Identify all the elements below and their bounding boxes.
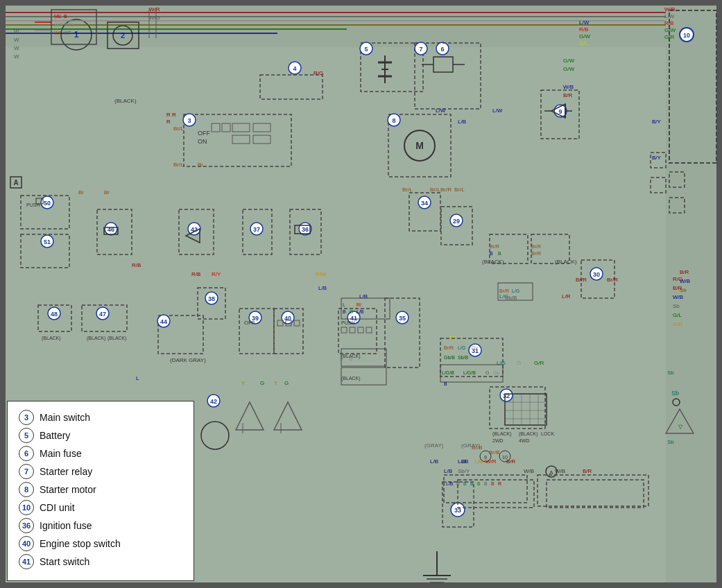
svg-text:(GRAY): (GRAY) (424, 442, 444, 449)
svg-text:R/Y: R/Y (212, 271, 221, 277)
legend-num-10: 10 (19, 500, 34, 515)
svg-text:R: R (166, 119, 171, 125)
legend-item-7: 7 Starter relay (19, 464, 182, 479)
svg-text:L/G/B: L/G/B (442, 370, 454, 375)
svg-text:ON: ON (198, 138, 207, 145)
legend-text-40: Engine stop switch (40, 538, 121, 549)
svg-text:ME: ME (54, 14, 62, 19)
svg-text:B: B (470, 481, 474, 486)
svg-text:W/B: W/B (524, 468, 534, 474)
svg-text:A: A (13, 179, 18, 187)
svg-text:L/W: L/W (436, 107, 446, 114)
legend-num-36: 36 (19, 518, 34, 533)
svg-text:2WD: 2WD (492, 438, 504, 443)
svg-text:L/B: L/B (461, 459, 469, 464)
svg-text:1: 1 (74, 30, 79, 40)
svg-text:L/G/B: L/G/B (463, 370, 476, 375)
svg-text:L: L (343, 302, 345, 307)
svg-text:Br/B: Br/B (472, 444, 483, 451)
svg-rect-1 (6, 6, 716, 47)
svg-text:W/R: W/R (149, 6, 160, 12)
svg-text:R/G: R/G (313, 70, 323, 76)
svg-text:M: M (415, 140, 424, 151)
svg-text:42: 42 (210, 398, 217, 405)
svg-text:W/L: W/L (54, 31, 63, 35)
svg-text:44: 44 (160, 318, 167, 325)
svg-text:G: G (260, 380, 264, 386)
legend-text-10: CDI unit (40, 502, 75, 513)
svg-text:Gy: Gy (472, 345, 478, 351)
svg-text:B/R: B/R (680, 269, 689, 275)
svg-text:Br/R: Br/R (607, 277, 618, 283)
svg-text:G/L: G/L (673, 312, 682, 318)
svg-text:PUSH: PUSH (26, 202, 40, 207)
svg-text:B: B (444, 381, 447, 386)
svg-text:Gy: Gy (493, 370, 499, 376)
svg-text:B: B (463, 481, 467, 486)
svg-text:B: B (64, 14, 67, 19)
svg-text:Sb/B: Sb/B (458, 355, 469, 360)
svg-text:B/R: B/R (563, 92, 573, 98)
legend-text-8: Starter motor (40, 484, 96, 495)
svg-text:R/B: R/B (132, 262, 141, 268)
svg-text:B: B (456, 481, 460, 486)
svg-text:Sb/Y: Sb/Y (458, 468, 470, 474)
svg-text:L/B: L/B (356, 309, 364, 314)
svg-text:G/R: G/R (534, 360, 544, 366)
svg-text:L/R: L/R (562, 293, 571, 300)
svg-text:B/R: B/R (673, 285, 682, 291)
svg-text:B: B (484, 481, 488, 486)
legend-item-6: 6 Main fuse (19, 446, 182, 461)
svg-text:(DARK GRAY): (DARK GRAY) (170, 357, 206, 363)
svg-text:9: 9 (484, 455, 487, 460)
svg-text:W/B: W/B (673, 294, 683, 300)
svg-text:L/B: L/B (430, 458, 438, 465)
legend-item-3: 3 Main switch (19, 410, 182, 425)
svg-text:3: 3 (187, 117, 191, 124)
svg-text:B/R: B/R (506, 458, 516, 465)
legend-item-36: 36 Ignition fuse (19, 518, 182, 533)
legend-num-40: 40 (19, 536, 34, 551)
svg-text:2: 2 (121, 31, 125, 40)
svg-text:W/R: W/R (664, 6, 676, 12)
legend-box: 3 Main switch 5 Battery 6 Main fuse 7 St… (7, 401, 194, 581)
svg-text:30: 30 (593, 271, 600, 278)
svg-text:L/W: L/W (664, 13, 675, 19)
svg-text:7: 7 (419, 46, 422, 53)
svg-text:B: B (349, 356, 352, 362)
legend-text-6: Main fuse (40, 448, 82, 459)
svg-text:(BLACK): (BLACK) (114, 98, 137, 104)
svg-text:Br: Br (78, 189, 84, 196)
legend-text-5: Battery (40, 430, 70, 441)
svg-text:Br/R: Br/R (444, 345, 454, 350)
svg-text:W: W (14, 28, 19, 35)
svg-text:35: 35 (399, 315, 406, 322)
svg-text:Br/R: Br/R (531, 244, 541, 249)
svg-text:G/W: G/W (664, 27, 676, 33)
svg-text:Br/R: Br/R (576, 277, 587, 283)
svg-text:(BLACK): (BLACK) (87, 336, 106, 341)
svg-text:G: G (284, 380, 289, 386)
svg-text:W: W (14, 53, 19, 60)
svg-text:G/W: G/W (579, 33, 590, 40)
svg-text:B: B (490, 251, 493, 256)
legend-num-3: 3 (19, 410, 34, 425)
svg-text:Sb/B: Sb/B (505, 295, 517, 301)
legend-item-5: 5 Battery (19, 428, 182, 443)
svg-text:Br/R: Br/R (490, 244, 499, 249)
svg-text:Br/L: Br/L (430, 187, 440, 193)
svg-text:R: R (172, 112, 176, 118)
svg-text:L: L (136, 375, 139, 381)
svg-text:B: B (477, 481, 481, 486)
svg-text:Sb: Sb (673, 303, 680, 309)
svg-text:51: 51 (44, 239, 51, 245)
svg-text:WF: WF (64, 31, 71, 35)
svg-text:G/R: G/R (664, 34, 674, 40)
svg-text:Br/R: Br/R (499, 288, 509, 293)
svg-text:(BLACK): (BLACK) (519, 431, 538, 437)
legend-item-10: 10 CDI unit (19, 500, 182, 515)
svg-text:L/B: L/B (444, 468, 452, 474)
svg-text:G/L: G/L (579, 40, 588, 46)
svg-text:R/: R/ (356, 302, 361, 307)
svg-text:38: 38 (208, 295, 215, 302)
